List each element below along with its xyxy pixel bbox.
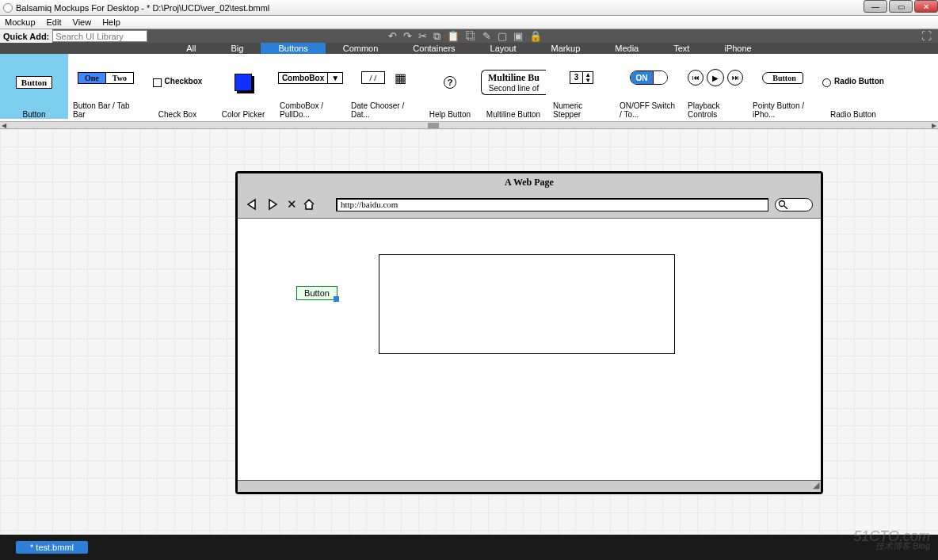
library-scrollbar[interactable]: ◀ ▶: [0, 121, 938, 128]
tab-buttons[interactable]: Buttons: [261, 43, 325, 54]
selection-handle[interactable]: [334, 296, 339, 302]
lib-datechooser[interactable]: / /▦ Date Chooser / Dat...: [346, 54, 421, 119]
category-tabs: All Big Buttons Common Containers Layout…: [0, 43, 938, 54]
lib-label: Help Button: [429, 110, 471, 119]
lib-label: Numeric Stepper: [553, 101, 610, 119]
lib-label: ON/OFF Switch / To...: [620, 101, 678, 119]
tab-containers[interactable]: Containers: [395, 43, 472, 54]
lib-label: Pointy Button / iPho...: [753, 101, 813, 119]
close-button[interactable]: ✕: [914, 0, 938, 13]
tab-big[interactable]: Big: [214, 43, 261, 54]
lib-radio[interactable]: Radio Button Radio Button: [818, 54, 889, 119]
lib-pointy[interactable]: Button Pointy Button / iPho...: [748, 54, 818, 119]
copy-icon[interactable]: ⧉: [433, 30, 440, 43]
lib-label: Date Chooser / Dat...: [351, 101, 417, 119]
lib-label: Color Picker: [222, 110, 265, 119]
canvas[interactable]: A Web Page ✕ http://baidu.com ◢ Button: [0, 129, 938, 535]
lib-buttonbar[interactable]: OneTwo Button Bar / Tab Bar: [68, 54, 143, 119]
svg-line-1: [784, 206, 787, 209]
resize-grip-icon[interactable]: ◢: [813, 480, 819, 490]
tab-iphone[interactable]: iPhone: [707, 43, 768, 54]
search-input[interactable]: [52, 30, 147, 42]
scroll-right-icon[interactable]: ▶: [930, 122, 938, 129]
cut-icon[interactable]: ✂: [418, 30, 427, 42]
lib-stepper[interactable]: 3▲▼ Numeric Stepper: [548, 54, 615, 119]
magnifier-icon: [778, 200, 789, 211]
lib-switch[interactable]: ON ON/OFF Switch / To...: [615, 54, 683, 119]
lib-button[interactable]: Button Button: [0, 54, 68, 119]
document-tab[interactable]: * test.bmml: [16, 541, 88, 554]
fullscreen-icon[interactable]: ⛶: [921, 30, 932, 42]
menu-view[interactable]: View: [73, 17, 92, 27]
lib-checkbox[interactable]: Checkbox Check Box: [143, 54, 212, 119]
minimize-button[interactable]: —: [864, 0, 887, 13]
menu-mockup[interactable]: Mockup: [5, 17, 36, 27]
quick-add-label: Quick Add:: [0, 29, 52, 43]
lib-label: Radio Button: [830, 110, 876, 119]
maximize-button[interactable]: ▭: [889, 0, 913, 13]
edit-icon[interactable]: ✎: [482, 30, 491, 42]
svg-point-0: [780, 201, 785, 207]
lib-label: Button Bar / Tab Bar: [73, 101, 139, 119]
home-icon[interactable]: [302, 197, 316, 211]
menu-help[interactable]: Help: [102, 17, 120, 27]
lib-label: Check Box: [158, 110, 196, 119]
browser-title: A Web Page: [238, 177, 821, 189]
tab-media[interactable]: Media: [597, 43, 656, 54]
back-icon[interactable]: [246, 198, 261, 211]
app-icon: [3, 3, 13, 13]
placed-button-widget[interactable]: Button: [296, 286, 337, 300]
tab-all[interactable]: All: [169, 43, 213, 54]
lib-label: Multiline Button: [486, 110, 540, 119]
group-icon[interactable]: ▢: [498, 30, 507, 42]
lib-playback[interactable]: ⏮ ▶ ⏭ Playback Controls: [683, 54, 748, 119]
scroll-thumb[interactable]: [428, 123, 439, 128]
window-title: Balsamiq Mockups For Desktop - * D:\Proj…: [16, 3, 269, 13]
paste-icon[interactable]: 📋: [447, 30, 459, 42]
redo-icon[interactable]: ↷: [403, 30, 412, 42]
url-bar[interactable]: http://baidu.com: [336, 198, 768, 211]
stop-icon[interactable]: ✕: [287, 197, 297, 211]
tab-text[interactable]: Text: [656, 43, 707, 54]
ungroup-icon[interactable]: ▣: [513, 30, 523, 42]
tab-layout[interactable]: Layout: [473, 43, 534, 54]
lib-label: Playback Controls: [688, 101, 743, 119]
lib-label: Button: [23, 110, 46, 119]
undo-icon[interactable]: ↶: [388, 30, 397, 42]
menu-edit[interactable]: Edit: [47, 17, 62, 27]
lock-icon[interactable]: 🔒: [529, 30, 542, 42]
tab-common[interactable]: Common: [326, 43, 396, 54]
lib-multiline[interactable]: Multiline BuSecond line of Multiline But…: [479, 54, 548, 119]
menubar: Mockup Edit View Help: [0, 16, 938, 29]
lib-label: ComboBox / PullDo...: [280, 101, 341, 119]
lib-combobox[interactable]: ComboBox▼ ComboBox / PullDo...: [275, 54, 346, 119]
tab-markup[interactable]: Markup: [534, 43, 598, 54]
browser-hscroll[interactable]: [238, 480, 821, 492]
forward-icon[interactable]: [266, 198, 282, 211]
browser-search[interactable]: [775, 198, 813, 211]
rectangle-widget[interactable]: [379, 254, 675, 354]
scroll-left-icon[interactable]: ◀: [0, 122, 8, 129]
lib-helpbutton[interactable]: ? Help Button: [421, 54, 479, 119]
duplicate-icon[interactable]: ⿻: [466, 30, 476, 42]
lib-colorpicker[interactable]: Color Picker: [212, 54, 275, 119]
